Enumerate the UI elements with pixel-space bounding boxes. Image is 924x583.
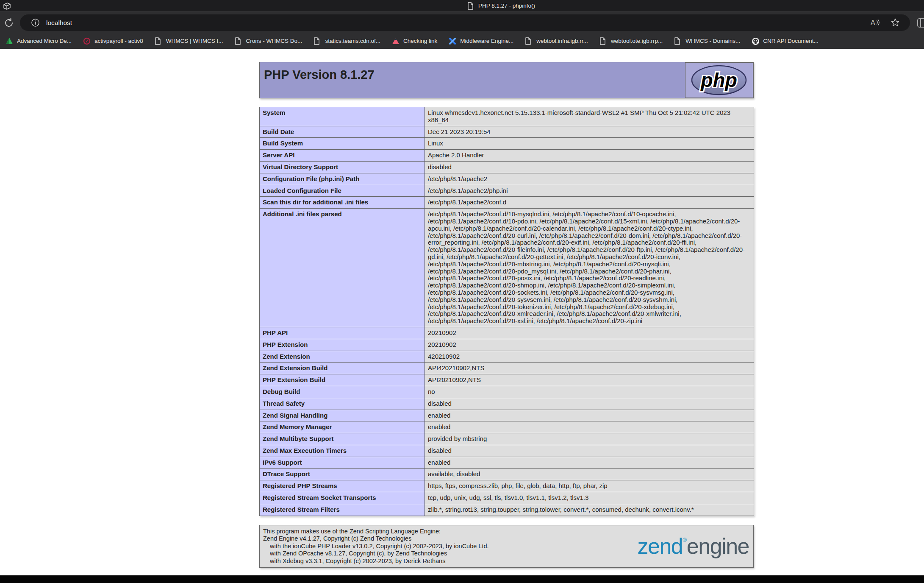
row-value: Dec 21 2023 20:19:54	[425, 126, 754, 138]
bookmarks-bar: Advanced Micro De...	[0, 33, 924, 49]
bottom-strip	[0, 575, 924, 583]
row-value: provided by mbstring	[425, 433, 754, 445]
row-label: Build Date	[260, 126, 425, 138]
pink-triangle-icon	[392, 37, 400, 45]
info-table: System Linux whmcsdev1.hexonet.net 5.15.…	[259, 107, 754, 516]
zend-logo-zend: zend	[637, 534, 683, 558]
row-value: no	[425, 386, 754, 398]
row-label: Configuration File (php.ini) Path	[260, 173, 425, 185]
address-bar[interactable]: localhost A	[20, 14, 910, 31]
bookmark-favicon	[449, 37, 456, 45]
table-row: DTrace Support available, disabled	[260, 469, 754, 480]
row-label: Virtual Directory Support	[260, 161, 425, 173]
page-icon	[525, 37, 531, 45]
row-label: Loaded Configuration File	[260, 185, 425, 197]
bookmark-favicon	[752, 37, 759, 45]
row-value: Linux whmcsdev1.hexonet.net 5.15.133.1-m…	[425, 107, 754, 126]
row-value: Apache 2.0 Handler	[425, 150, 754, 162]
table-row: Zend Multibyte Support provided by mbstr…	[260, 433, 754, 445]
row-value: /etc/php/8.1/apache2/conf.d	[425, 197, 754, 209]
row-value: disabled	[425, 161, 754, 173]
table-row: Configuration File (php.ini) Path /etc/p…	[260, 173, 754, 185]
table-row: Build System Linux	[260, 138, 754, 150]
bookmark-item[interactable]: webtool.infra.igb.rr...	[525, 37, 588, 45]
bookmark-favicon	[314, 37, 321, 45]
bookmark-label: Crons - WHMCS Do...	[246, 38, 302, 44]
bookmark-label: Advanced Micro De...	[17, 38, 72, 44]
bookmark-item[interactable]: Advanced Micro De...	[6, 37, 72, 45]
bookmark-item[interactable]: Middleware Engine...	[449, 37, 513, 45]
address-url[interactable]: localhost	[46, 18, 72, 27]
zend-logo-engine: engine	[687, 534, 749, 558]
table-row: IPv6 Support enabled	[260, 457, 754, 469]
row-label: IPv6 Support	[260, 457, 425, 469]
row-value: /etc/php/8.1/apache2/php.ini	[425, 185, 754, 197]
table-row: System Linux whmcsdev1.hexonet.net 5.15.…	[260, 107, 754, 126]
row-label: Server API	[260, 150, 425, 162]
row-value: API420210902,NTS	[425, 363, 754, 374]
bookmark-label: activpayroll - activ8	[94, 38, 143, 44]
row-value: https, ftps, compress.zlib, php, file, g…	[425, 480, 754, 492]
document-icon	[467, 2, 474, 10]
bookmark-item[interactable]: WHMCS | WHMCS I...	[155, 37, 223, 45]
page-icon	[314, 37, 320, 45]
workspace-cube-icon[interactable]	[2, 1, 11, 11]
bookmark-favicon	[6, 37, 13, 45]
table-row: Server API Apache 2.0 Handler	[260, 150, 754, 162]
row-value: 20210902	[425, 327, 754, 339]
row-value: enabled	[425, 421, 754, 433]
row-value: /etc/php/8.1/apache2/conf.d/10-mysqlnd.i…	[425, 209, 754, 327]
bookmark-favicon	[674, 37, 682, 45]
bookmark-item[interactable]: Crons - WHMCS Do...	[235, 37, 302, 45]
table-row: Zend Memory Manager enabled	[260, 421, 754, 433]
row-label: Zend Max Execution Timers	[260, 445, 425, 457]
bookmark-label: statics.teams.cdn.of...	[325, 38, 380, 44]
bookmark-favicon	[235, 37, 242, 45]
svg-text:A: A	[871, 19, 875, 26]
bookmark-item[interactable]: WHMCS - Domains...	[674, 37, 740, 45]
page-icon	[155, 37, 161, 45]
row-label: Thread Safety	[260, 398, 425, 410]
favorite-star-icon[interactable]	[891, 18, 900, 27]
zend-engine-logo[interactable]: zend®engine	[637, 535, 749, 557]
bookmark-favicon	[392, 37, 400, 45]
php-logo[interactable]: php	[685, 62, 753, 98]
bookmark-label: CNR API Document...	[763, 38, 819, 44]
bookmark-item[interactable]: webtool.ote.igb.rrp...	[599, 37, 663, 45]
title-bar: PHP 8.1.27 - phpinfo()	[0, 0, 924, 11]
page-title: PHP Version 8.1.27	[264, 68, 375, 82]
zend-footer: This program makes use of the Zend Scrip…	[259, 525, 754, 568]
sidebar-icon[interactable]	[917, 18, 924, 28]
row-label: PHP Extension Build	[260, 374, 425, 386]
table-row: Loaded Configuration File /etc/php/8.1/a…	[260, 185, 754, 197]
bookmark-label: WHMCS - Domains...	[685, 38, 740, 44]
row-label: Registered Stream Socket Transports	[260, 492, 425, 504]
browser-toolbar: localhost A	[0, 11, 924, 33]
page-icon	[235, 37, 241, 45]
crimson-ring-icon	[83, 37, 91, 45]
tab-title-text: PHP 8.1.27 - phpinfo()	[478, 3, 535, 9]
table-row: Registered Stream Socket Transports tcp,…	[260, 492, 754, 504]
bookmark-favicon	[525, 37, 533, 45]
row-label: PHP API	[260, 327, 425, 339]
active-tab[interactable]: PHP 8.1.27 - phpinfo()	[467, 0, 535, 11]
bookmark-item[interactable]: CNR API Document...	[752, 37, 819, 45]
bookmark-label: WHMCS | WHMCS I...	[166, 38, 223, 44]
site-info-icon[interactable]	[31, 18, 40, 27]
table-row: Debug Build no	[260, 386, 754, 398]
reload-icon[interactable]	[3, 17, 14, 28]
bookmark-item[interactable]: activpayroll - activ8	[83, 37, 143, 45]
table-row: Zend Extension Build API420210902,NTS	[260, 363, 754, 374]
row-value: tcp, udp, unix, udg, ssl, tls, tlsv1.0, …	[425, 492, 754, 504]
github-icon	[752, 37, 760, 45]
page-content: PHP Version 8.1.27 php System Linux whmc…	[0, 49, 924, 575]
table-row: Zend Signal Handling enabled	[260, 410, 754, 421]
bookmark-item[interactable]: statics.teams.cdn.of...	[314, 37, 380, 45]
read-aloud-icon[interactable]: A	[870, 18, 880, 27]
table-row: PHP Extension Build API20210902,NTS	[260, 374, 754, 386]
bookmark-favicon	[599, 37, 607, 45]
bookmark-item[interactable]: Checking link	[392, 37, 437, 45]
table-row: Build Date Dec 21 2023 20:19:54	[260, 126, 754, 138]
bookmark-favicon	[155, 37, 162, 45]
page-icon	[599, 37, 606, 45]
